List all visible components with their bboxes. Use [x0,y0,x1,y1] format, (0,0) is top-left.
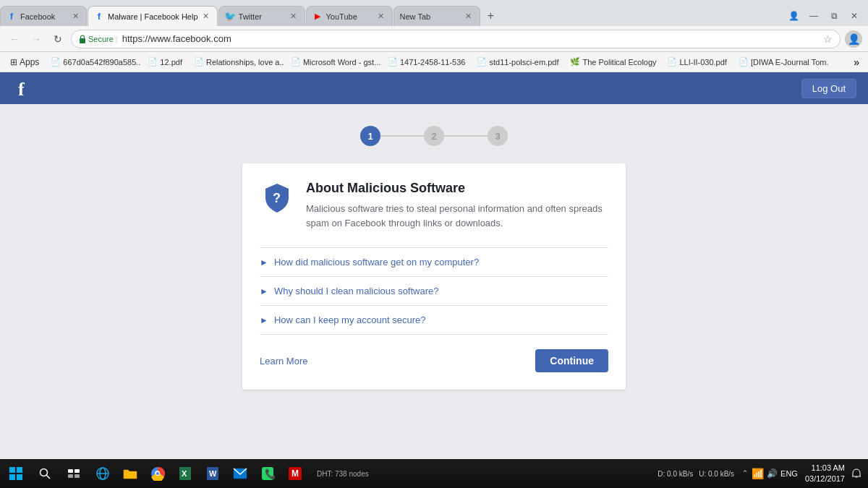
tab-title-facebook: Facebook [20,12,67,21]
apps-grid-icon: ⊞ [10,57,17,67]
speaker-icon[interactable]: 🔊 [767,468,778,479]
taskbar-chrome-button[interactable] [145,461,171,487]
bookmark-item-3[interactable]: 📄 Relationships, love a... [190,56,284,68]
tab-close-malware[interactable]: ✕ [201,12,211,22]
faq-item-3[interactable]: ► How can I keep my account secure? [260,305,608,335]
taskbar-clock[interactable]: 11:03 AM 03/12/2017 [805,463,845,485]
bookmark-file-icon-9: 📄 [739,57,749,67]
bookmark-file-icon-2: 📄 [148,57,158,67]
bookmark-item-7[interactable]: 🌿 The Political Ecology [566,56,660,68]
svg-rect-7 [9,474,15,480]
taskbar-apps: X W 📞 M [90,461,308,487]
bookmark-label-1: 667d0a542f890a585... [63,58,140,67]
bookmarks-more-button[interactable]: » [851,55,862,69]
card-footer: Learn More Continue [260,349,608,372]
bookmark-label-3: Relationships, love a... [206,58,284,67]
address-box[interactable]: Secure | ☆ [71,30,841,48]
svg-point-21 [156,472,159,475]
tab-newtab[interactable]: New Tab ✕ [393,6,480,26]
card-description: Malicious software tries to steal person… [306,202,608,230]
tab-youtube[interactable]: ▶ YouTube ✕ [306,6,393,26]
tab-facebook[interactable]: f Facebook ✕ [0,6,87,26]
taskbar-m-button[interactable]: M [282,461,308,487]
tab-close-twitter[interactable]: ✕ [289,12,299,22]
faq-item-2[interactable]: ► Why should I clean malicious software? [260,276,608,305]
tab-favicon-facebook: f [7,12,17,22]
facebook-logo: f [12,75,38,101]
bookmark-file-icon-3: 📄 [194,57,204,67]
svg-rect-2 [12,75,38,101]
logout-button[interactable]: Log Out [801,79,856,98]
faq-chevron-2: ► [260,286,268,296]
network-tray-icon[interactable]: 📶 [752,468,764,479]
profile-avatar[interactable]: 👤 [845,30,862,48]
step-indicator: 1 2 3 [360,126,508,146]
task-view-button[interactable] [61,461,87,487]
forward-button[interactable]: → [27,30,45,48]
notification-button[interactable] [848,461,865,487]
apps-label: Apps [20,57,39,67]
svg-text:📞: 📞 [265,468,275,480]
faq-text-3: How can I keep my account secure? [274,314,426,325]
back-button[interactable]: ← [6,30,23,48]
bookmark-file-icon-8: 📄 [667,57,677,67]
main-card: ? About Malicious Software Malicious sof… [242,163,626,390]
tab-favicon-youtube: ▶ [312,12,323,22]
bookmark-leaf-icon: 🌿 [570,57,580,67]
address-bar-row: ← → ↻ Secure | ☆ 👤 [0,26,868,52]
svg-text:W: W [209,469,217,478]
reload-button[interactable]: ↻ [49,30,67,48]
taskbar-search-button[interactable] [32,461,58,487]
faq-item-1[interactable]: ► How did malicious software get on my c… [260,247,608,276]
taskbar-explorer-button[interactable] [117,461,143,487]
bookmark-file-icon-5: 📄 [388,57,398,67]
new-tab-button[interactable]: + [481,6,501,26]
card-header: ? About Malicious Software Malicious sof… [260,181,608,230]
close-window-button[interactable]: ✕ [845,7,864,25]
continue-button[interactable]: Continue [535,349,608,372]
svg-rect-5 [9,467,15,473]
tray-up-arrow[interactable]: ⌃ [741,468,749,479]
bookmark-item-4[interactable]: 📄 Microsoft Word - gst... [286,56,380,68]
shield-icon: ? [260,181,294,215]
apps-bookmark[interactable]: ⊞ Apps [6,56,43,69]
address-input[interactable] [122,33,819,44]
bookmark-label-5: 1471-2458-11-536 [400,58,466,67]
profile-button[interactable]: 👤 [784,7,803,25]
svg-rect-14 [75,474,80,478]
bookmark-item-5[interactable]: 📄 1471-2458-11-536 [383,56,470,68]
taskbar-mail-button[interactable] [227,461,253,487]
tab-title-newtab: New Tab [400,12,461,21]
tab-twitter[interactable]: 🐦 Twitter ✕ [218,6,305,26]
svg-line-10 [46,475,50,479]
bookmark-file-icon-4: 📄 [291,57,301,67]
tab-close-youtube[interactable]: ✕ [376,12,386,22]
tab-title-twitter: Twitter [239,12,286,21]
bookmarks-bar: ⊞ Apps 📄 667d0a542f890a585... 📄 12.pdf 📄… [0,52,868,72]
card-text-block: About Malicious Software Malicious softw… [306,181,608,230]
bookmark-item-9[interactable]: 📄 [DIWA E-Journal Tom... [734,56,828,68]
step-3-circle: 3 [488,126,508,146]
bookmark-item-6[interactable]: 📄 std11-polsci-em.pdf [472,56,563,68]
bookmark-item-2[interactable]: 📄 12.pdf [143,56,187,68]
tab-close-facebook[interactable]: ✕ [70,12,80,22]
taskbar-excel-button[interactable]: X [172,461,198,487]
taskbar-word-button[interactable]: W [200,461,226,487]
svg-rect-13 [68,474,73,478]
taskbar: X W 📞 M [0,459,868,488]
tab-malware-help[interactable]: f Malware | Facebook Help ✕ [88,6,218,26]
learn-more-link[interactable]: Learn More [260,356,307,367]
bookmark-star-icon[interactable]: ☆ [823,33,833,45]
lang-indicator: ENG [780,469,798,478]
maximize-button[interactable]: ⧉ [825,7,843,25]
bookmark-item-8[interactable]: 📄 LLI-II-030.pdf [663,56,731,68]
taskbar-ie-button[interactable] [90,461,116,487]
bookmark-item-1[interactable]: 📄 667d0a542f890a585... [46,56,140,68]
taskbar-phone-button[interactable]: 📞 [255,461,281,487]
tab-title-malware: Malware | Facebook Help [108,12,198,21]
tab-close-newtab[interactable]: ✕ [464,12,474,22]
bookmark-label-9: [DIWA E-Journal Tom... [751,58,828,67]
start-button[interactable] [3,461,29,487]
minimize-button[interactable]: — [804,7,823,25]
step-line-2 [444,135,488,137]
